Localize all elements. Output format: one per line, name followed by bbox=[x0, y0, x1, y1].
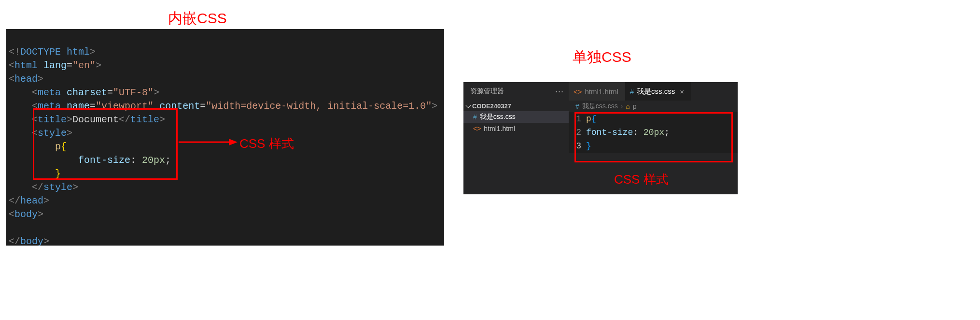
css-file-icon: # bbox=[575, 102, 579, 110]
close-icon[interactable]: × bbox=[678, 87, 684, 96]
tag-title: title bbox=[38, 114, 67, 125]
val-20px: 20px bbox=[638, 128, 664, 137]
explorer-header: 资源管理器 ··· bbox=[463, 82, 569, 101]
punct: </ bbox=[119, 114, 130, 125]
selector-p: p bbox=[586, 114, 591, 124]
folder-name: CODE240327 bbox=[472, 102, 511, 110]
attr-content: content bbox=[159, 101, 200, 112]
punct: < bbox=[32, 114, 38, 125]
eq: = bbox=[107, 87, 113, 98]
brace-close: } bbox=[586, 141, 591, 151]
tag-style: style bbox=[38, 128, 67, 139]
file-item-css[interactable]: # 我是css.css bbox=[463, 111, 569, 123]
right-vscode-window: 资源管理器 ··· CODE240327 # 我是css.css <> html… bbox=[463, 82, 738, 194]
code-line: 3 } bbox=[569, 139, 738, 153]
punct: > bbox=[67, 128, 72, 139]
tag-title-close: title bbox=[130, 114, 159, 125]
symbol-icon: ⌂ bbox=[626, 102, 630, 110]
eq: = bbox=[67, 60, 72, 71]
punct: > bbox=[38, 73, 43, 85]
tag-body-close: body bbox=[20, 236, 43, 246]
punct: < bbox=[9, 60, 14, 71]
line-number: 1 bbox=[569, 112, 586, 126]
eq: = bbox=[90, 101, 96, 112]
css-style-label-left: CSS 样式 bbox=[239, 135, 294, 152]
semi: ; bbox=[165, 155, 171, 166]
explorer-folder-row[interactable]: CODE240327 bbox=[463, 101, 569, 111]
prop-font-size: font-size bbox=[78, 155, 130, 166]
val-20px: 20px bbox=[136, 155, 165, 166]
tab-bar: <> html1.html # 我是css.css × bbox=[569, 82, 738, 101]
colon: : bbox=[130, 155, 136, 166]
punct: > bbox=[432, 101, 437, 112]
tag-head-close: head bbox=[20, 195, 43, 206]
punct: > bbox=[90, 46, 96, 58]
line-number: 3 bbox=[569, 139, 586, 153]
css-file-icon: # bbox=[473, 113, 477, 121]
breadcrumb[interactable]: # 我是css.css › ⌂ p bbox=[569, 101, 637, 112]
val-viewport: "viewport" bbox=[96, 101, 154, 112]
tab-label: html1.html bbox=[585, 87, 618, 96]
punct: > bbox=[43, 236, 49, 246]
punct: <! bbox=[9, 46, 20, 58]
brace-close: } bbox=[55, 168, 61, 179]
tag-style-close: style bbox=[43, 182, 72, 193]
val-content: "width=device-width, initial-scale=1.0" bbox=[206, 101, 432, 112]
punct: </ bbox=[9, 236, 20, 246]
punct: > bbox=[43, 195, 49, 206]
tag-body: body bbox=[14, 209, 38, 220]
prop-font-size: font-size bbox=[586, 128, 633, 137]
doctype: DOCTYPE bbox=[20, 46, 61, 58]
val-en: "en" bbox=[72, 60, 96, 71]
tab-label: 我是css.css bbox=[637, 87, 675, 96]
punct: > bbox=[96, 60, 101, 71]
punct: < bbox=[32, 128, 38, 139]
tag-head: head bbox=[14, 73, 38, 85]
brace-open: { bbox=[591, 114, 597, 124]
right-code-area[interactable]: 1 p{ 2 font-size: 20px; 3 } bbox=[569, 112, 738, 153]
line-number: 2 bbox=[569, 126, 586, 139]
title-embedded-css: 内嵌CSS bbox=[168, 9, 227, 29]
chevron-down-icon bbox=[465, 102, 471, 108]
tag-html: html bbox=[14, 60, 38, 71]
title-text: Document bbox=[72, 114, 119, 125]
tab-html[interactable]: <> html1.html bbox=[569, 82, 625, 101]
code-line: 1 p{ bbox=[569, 112, 738, 126]
punct: < bbox=[9, 73, 14, 85]
more-icon[interactable]: ··· bbox=[555, 87, 564, 97]
breadcrumb-symbol: p bbox=[633, 102, 637, 110]
punct: </ bbox=[9, 195, 20, 206]
punct: > bbox=[154, 87, 159, 98]
breadcrumb-file: 我是css.css bbox=[582, 102, 618, 111]
punct: < bbox=[9, 209, 14, 220]
explorer-title: 资源管理器 bbox=[470, 87, 504, 96]
css-style-label-right: CSS 样式 bbox=[614, 171, 669, 188]
tag-meta: meta bbox=[38, 101, 61, 112]
semi: ; bbox=[664, 128, 670, 137]
file-name: html1.html bbox=[484, 125, 515, 132]
attr-charset: charset bbox=[67, 87, 107, 98]
html-file-icon: <> bbox=[574, 87, 582, 96]
doctype-html: html bbox=[67, 46, 90, 58]
explorer-tree: # 我是css.css <> html1.html bbox=[463, 111, 569, 134]
punct: < bbox=[32, 101, 38, 112]
val-utf8: "UTF-8" bbox=[113, 87, 154, 98]
attr-name: name bbox=[67, 101, 90, 112]
selector-p: p bbox=[55, 141, 61, 152]
punct: < bbox=[32, 87, 38, 98]
punct: </ bbox=[32, 182, 43, 193]
file-item-html[interactable]: <> html1.html bbox=[463, 123, 569, 134]
attr-lang: lang bbox=[43, 60, 67, 71]
breadcrumb-sep: › bbox=[621, 102, 623, 110]
html-file-icon: <> bbox=[473, 125, 481, 132]
tab-css[interactable]: # 我是css.css × bbox=[625, 82, 691, 101]
punct: > bbox=[159, 114, 165, 125]
css-file-icon: # bbox=[630, 87, 634, 96]
left-code-editor[interactable]: <!DOCTYPE html> <html lang="en"> <head> … bbox=[6, 29, 444, 246]
brace-open: { bbox=[61, 141, 67, 152]
eq: = bbox=[200, 101, 206, 112]
colon: : bbox=[633, 128, 638, 137]
file-name: 我是css.css bbox=[480, 113, 516, 121]
title-separate-css: 单独CSS bbox=[573, 47, 631, 67]
punct: > bbox=[38, 209, 43, 220]
